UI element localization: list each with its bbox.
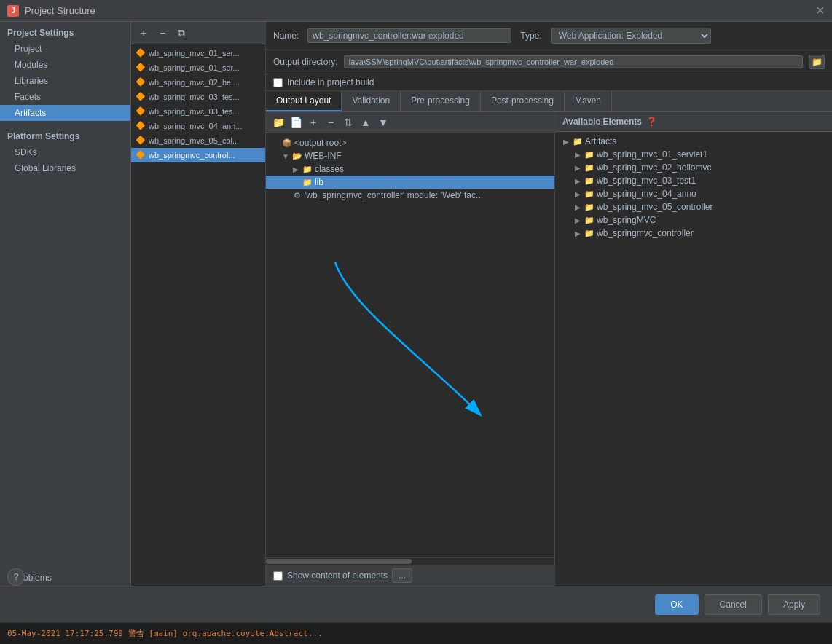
- module-icon: ⚙: [292, 190, 302, 200]
- sidebar-item-libraries[interactable]: Libraries: [0, 73, 130, 89]
- tree-item-lib[interactable]: 📁 lib: [266, 176, 554, 189]
- move-down-button[interactable]: ▼: [375, 114, 391, 130]
- help-button[interactable]: ?: [7, 568, 25, 586]
- move-up-button[interactable]: ▲: [358, 114, 374, 130]
- sidebar-item-sdks[interactable]: SDKs: [0, 144, 130, 160]
- tab-output-layout[interactable]: Output Layout: [266, 91, 342, 111]
- avail-toggle[interactable]: ▶: [573, 229, 583, 237]
- sidebar: Project Settings Project Modules Librari…: [0, 22, 131, 586]
- scrollbar-thumb: [266, 559, 412, 564]
- remove-artifact-button[interactable]: −: [154, 25, 170, 41]
- avail-toggle[interactable]: ▶: [573, 177, 583, 185]
- folder-icon: 📁: [584, 149, 594, 160]
- tree-item[interactable]: ⚙ 'wb_springmvc_controller' module: 'Web…: [266, 189, 554, 202]
- sidebar-item-modules[interactable]: Modules: [0, 57, 130, 73]
- available-elements-panel: Available Elements ❓ ▶ 📁 Artifacts ▶ 📁 w…: [555, 112, 832, 586]
- copy-artifact-button[interactable]: ⧉: [173, 25, 189, 41]
- avail-toggle[interactable]: ▶: [573, 164, 583, 172]
- list-item[interactable]: 🔶 wb_spring_mvc_01_ser...: [131, 60, 265, 75]
- close-button[interactable]: ✕: [815, 4, 825, 17]
- list-item[interactable]: 🔶 wb_spring_mvc_02_hel...: [131, 75, 265, 90]
- include-build-label: Include in project build: [287, 77, 374, 87]
- avail-toggle[interactable]: ▶: [573, 151, 583, 159]
- available-help-icon[interactable]: ❓: [646, 117, 657, 127]
- layout-tree: 📦 <output root> ▼ 📂 WEB-INF ▶ 📁: [266, 133, 554, 557]
- tree-toggle[interactable]: [280, 190, 291, 200]
- name-input[interactable]: [307, 28, 511, 43]
- avail-item[interactable]: ▶ 📁 wb_spring_mvc_02_hellomvc: [555, 161, 832, 174]
- show-content-label: Show content of elements: [287, 570, 388, 581]
- avail-item[interactable]: ▶ 📁 wb_spring_mvc_04_anno: [555, 187, 832, 200]
- folder-icon: 📁: [584, 189, 594, 199]
- root-icon: 📦: [282, 138, 292, 148]
- list-item[interactable]: 🔶 wb_spring_mvc_01_ser...: [131, 46, 265, 60]
- avail-item-artifacts[interactable]: ▶ 📁 Artifacts: [555, 135, 832, 148]
- remove-button[interactable]: −: [323, 114, 339, 130]
- tree-toggle[interactable]: ▼: [280, 151, 291, 161]
- list-item[interactable]: 🔶 wb_spring_mvc_04_ann...: [131, 119, 265, 133]
- list-item[interactable]: 🔶 wb_spring_mvc_05_col...: [131, 133, 265, 148]
- include-build-checkbox[interactable]: [273, 78, 283, 87]
- war-icon: 🔶: [136, 150, 146, 160]
- tree-toggle[interactable]: [291, 177, 301, 187]
- main-container: Project Settings Project Modules Librari…: [0, 22, 832, 586]
- tab-maven[interactable]: Maven: [565, 91, 612, 111]
- include-build-row: Include in project build: [266, 74, 832, 91]
- apply-button[interactable]: Apply: [768, 594, 820, 615]
- sidebar-item-project[interactable]: Project: [0, 41, 130, 57]
- add-folder-button[interactable]: 📁: [270, 114, 286, 130]
- add-artifact-button[interactable]: +: [136, 25, 152, 41]
- avail-toggle[interactable]: ▶: [573, 216, 583, 224]
- war-icon: 🔶: [136, 121, 146, 131]
- tabs-bar: Output Layout Validation Pre-processing …: [266, 91, 832, 112]
- avail-item[interactable]: ▶ 📁 wb_spring_mvc_05_controller: [555, 200, 832, 213]
- output-layout-panel: 📁 📄 + − ⇅ ▲ ▼ 📦 <output root>: [266, 112, 555, 586]
- browse-button[interactable]: 📁: [809, 55, 825, 69]
- tree-item[interactable]: ▶ 📁 classes: [266, 162, 554, 176]
- avail-item[interactable]: ▶ 📁 wb_spring_mvc_01_servlet1: [555, 148, 832, 161]
- sidebar-item-global-libraries[interactable]: Global Libraries: [0, 160, 130, 176]
- avail-toggle[interactable]: ▶: [573, 190, 583, 198]
- avail-item[interactable]: ▶ 📁 wb_springMVC: [555, 213, 832, 227]
- title-bar: J Project Structure ✕: [0, 0, 832, 22]
- tree-toggle[interactable]: [270, 138, 280, 148]
- content-split: 📁 📄 + − ⇅ ▲ ▼ 📦 <output root>: [266, 112, 832, 586]
- project-list-toolbar: + − ⧉: [131, 22, 265, 44]
- project-list-items: 🔶 wb_spring_mvc_01_ser... 🔶 wb_spring_mv…: [131, 44, 265, 586]
- tab-post-processing[interactable]: Post-processing: [481, 91, 565, 111]
- list-item[interactable]: 🔶 wb_spring_mvc_03_tes...: [131, 90, 265, 104]
- add-button[interactable]: +: [305, 114, 321, 130]
- tab-pre-processing[interactable]: Pre-processing: [401, 91, 481, 111]
- type-select[interactable]: Web Application: Exploded: [551, 28, 711, 44]
- tab-validation[interactable]: Validation: [342, 91, 401, 111]
- folder-icon: 📁: [573, 136, 583, 146]
- sidebar-item-artifacts[interactable]: Artifacts: [0, 105, 130, 121]
- log-bar: 05-May-2021 17:17:25.799 警告 [main] org.a…: [0, 622, 832, 644]
- main-content: Name: Type: Web Application: Exploded Ou…: [266, 22, 832, 586]
- available-title: Available Elements: [562, 117, 642, 127]
- folder-icon: 📁: [584, 176, 594, 186]
- tree-toggle[interactable]: ▶: [291, 164, 301, 174]
- war-icon: 🔶: [136, 77, 146, 87]
- war-icon: 🔶: [136, 106, 146, 117]
- tree-item[interactable]: ▼ 📂 WEB-INF: [266, 149, 554, 162]
- list-item[interactable]: 🔶 wb_spring_mvc_03_tes...: [131, 104, 265, 119]
- sort-button[interactable]: ⇅: [340, 114, 356, 130]
- avail-item[interactable]: ▶ 📁 wb_springmvc_controller: [555, 227, 832, 240]
- tree-item[interactable]: 📦 <output root>: [266, 136, 554, 149]
- project-settings-label: Project Settings: [0, 22, 130, 41]
- name-type-row: Name: Type: Web Application: Exploded: [266, 22, 832, 50]
- more-options-button[interactable]: ...: [392, 568, 412, 583]
- output-dir-input[interactable]: [344, 55, 803, 68]
- list-item-selected[interactable]: 🔶 wb_springmvc_control...: [131, 148, 265, 162]
- avail-item[interactable]: ▶ 📁 wb_spring_mvc_03_test1: [555, 174, 832, 187]
- war-icon: 🔶: [136, 92, 146, 102]
- avail-toggle[interactable]: ▶: [561, 138, 571, 146]
- add-file-button[interactable]: 📄: [288, 114, 304, 130]
- horizontal-scrollbar[interactable]: [266, 557, 554, 565]
- ok-button[interactable]: OK: [655, 594, 698, 615]
- avail-toggle[interactable]: ▶: [573, 203, 583, 211]
- show-content-checkbox[interactable]: [273, 571, 283, 581]
- sidebar-item-facets[interactable]: Facets: [0, 89, 130, 105]
- cancel-button[interactable]: Cancel: [705, 594, 762, 615]
